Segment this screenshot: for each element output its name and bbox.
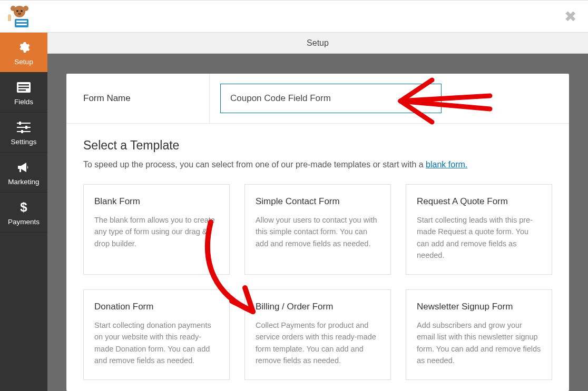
svg-rect-6 [15,19,28,27]
sidebar-item-label: Payments [0,218,47,226]
svg-point-1 [16,10,18,12]
sidebar-item-marketing[interactable]: Marketing [0,153,47,193]
svg-point-2 [21,10,23,12]
page-title: Setup [47,33,588,54]
sidebar-item-settings[interactable]: Settings [0,113,47,153]
top-bar: ✖ [0,0,588,33]
template-desc: Start collecting leads with this pre-mad… [417,214,541,262]
sidebar-item-payments[interactable]: $ Payments [0,193,47,233]
svg-rect-15 [17,131,31,132]
list-icon [0,80,47,95]
template-description-text: To speed up the process, you can select … [83,160,426,169]
template-title: Donation Form [94,302,219,312]
sidebar-item-label: Marketing [0,178,47,186]
template-heading: Select a Template [83,138,552,153]
svg-text:$: $ [20,200,27,214]
close-icon: ✖ [564,8,576,25]
svg-point-5 [23,6,28,11]
svg-rect-8 [16,24,27,25]
template-desc: Collect Payments for product and service… [256,319,380,367]
template-card-newsletter[interactable]: Newsletter Signup Form Add subscribers a… [406,289,552,380]
template-card-request-quote[interactable]: Request A Quote Form Start collecting le… [406,184,552,275]
svg-rect-18 [21,130,23,133]
template-title: Billing / Order Form [256,302,380,312]
svg-rect-13 [17,123,31,124]
svg-rect-16 [19,122,21,125]
template-title: Request A Quote Form [417,196,541,207]
dollar-icon: $ [0,200,47,215]
template-desc: Start collecting donation payments on yo… [94,319,219,367]
template-description: To speed up the process, you can select … [83,160,552,169]
sidebar-item-label: Fields [0,98,47,106]
template-desc: The blank form allows you to create any … [94,214,219,249]
svg-rect-19 [19,169,21,172]
svg-point-3 [18,13,21,15]
template-title: Simple Contact Form [256,196,380,207]
sidebar-item-label: Setup [0,58,47,66]
template-title: Blank Form [94,196,219,207]
template-title: Newsletter Signup Form [417,302,541,312]
sidebar: Setup Fields Settings Marketing $ Paymen… [0,33,47,391]
wpforms-logo [4,4,35,29]
setup-panel: Form Name Select a Template To speed up … [66,74,569,391]
svg-rect-10 [18,84,29,86]
form-name-label: Form Name [66,74,210,123]
bullhorn-icon [0,160,47,175]
blank-form-link[interactable]: blank form. [426,160,467,169]
form-name-input[interactable] [220,84,442,113]
template-desc: Allow your users to contact you with thi… [256,214,380,249]
svg-rect-14 [17,127,31,128]
svg-rect-7 [16,21,27,22]
template-card-simple-contact[interactable]: Simple Contact Form Allow your users to … [244,184,391,275]
template-card-blank-form[interactable]: Blank Form The blank form allows you to … [83,184,230,275]
svg-point-4 [11,6,16,11]
gear-icon [0,40,47,55]
svg-rect-11 [18,87,29,88]
sidebar-item-fields[interactable]: Fields [0,73,47,113]
sliders-icon [0,120,47,135]
template-card-billing-order[interactable]: Billing / Order Form Collect Payments fo… [244,289,391,380]
svg-rect-17 [25,126,27,129]
sidebar-item-label: Settings [0,138,47,146]
svg-rect-12 [18,89,26,91]
template-card-donation[interactable]: Donation Form Start collecting donation … [83,289,230,380]
template-desc: Add subscribers and grow your email list… [417,319,541,367]
close-button[interactable]: ✖ [559,6,582,27]
sidebar-item-setup[interactable]: Setup [0,33,47,73]
